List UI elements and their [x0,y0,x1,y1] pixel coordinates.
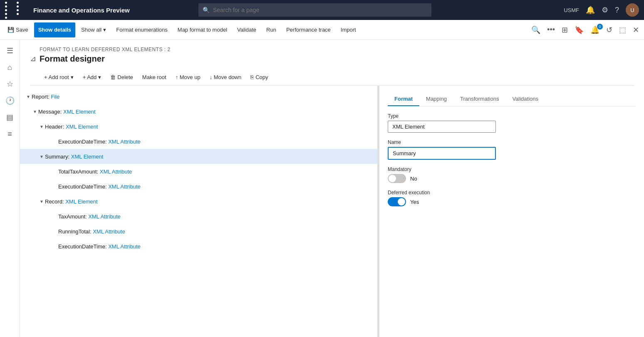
deferred-toggle[interactable] [388,197,406,206]
expand-toggle-header[interactable]: ▼ [38,124,45,129]
global-search[interactable]: 🔍 [198,3,431,17]
import-button[interactable]: Import [337,22,360,37]
tree-item-executiondatetime-record[interactable]: ExecutionDateTime: XML Attribute [20,239,377,254]
app-grid-icon[interactable] [5,2,27,19]
expand-toggle-summary[interactable]: ▼ [38,154,45,159]
prop-name-group: Name [388,139,636,160]
tab-transformations[interactable]: Transformations [453,92,505,106]
sidebar-hamburger-icon[interactable]: ☰ [2,43,17,58]
expand-toggle-report[interactable]: ▼ [25,94,32,99]
tree-item-taxamount[interactable]: TaxAmount: XML Attribute [20,209,377,224]
add-root-button[interactable]: + Add root ▾ [40,70,78,84]
run-button[interactable]: Run [262,22,280,37]
sidebar-workspace-icon[interactable]: ▤ [2,110,17,125]
split-pane: ▼ Report: File ▼ Message: XML Element ▼ … [20,86,644,337]
refresh-icon[interactable]: ↺ [604,24,614,36]
save-icon: 💾 [7,27,14,33]
copy-button[interactable]: ⎘ Copy [246,70,272,84]
chevron-down-icon: ▾ [103,27,106,33]
type-label: Type [388,113,636,119]
search-icon: 🔍 [203,7,210,13]
delete-button[interactable]: 🗑 Delete [106,70,137,84]
add-button[interactable]: + Add ▾ [79,70,106,84]
prop-mandatory-group: Mandatory No [388,166,636,183]
copy-icon: ⎘ [250,74,254,80]
mandatory-toggle-row: No [388,174,636,183]
content-area: ⊿ FORMAT TO LEARN DEFERRED XML ELEMENTS … [20,40,644,337]
trash-icon: 🗑 [110,74,116,80]
expand-toggle-record[interactable]: ▼ [38,199,45,204]
format-enumerations-button[interactable]: Format enumerations [112,22,172,37]
search-input[interactable] [213,7,427,13]
more-icon[interactable]: ••• [545,24,557,36]
tab-validations[interactable]: Validations [505,92,545,106]
tree-item-summary[interactable]: ▼ Summary: XML Element [20,149,377,164]
tree-item-executiondatetime-header[interactable]: ExecutionDateTime: XML Attribute [20,134,377,149]
sidebar-list-icon[interactable]: ≡ [2,126,17,141]
name-label: Name [388,139,636,145]
no-toggle-6 [52,244,58,249]
mandatory-label: Mandatory [388,166,636,172]
grid-view-icon[interactable]: ⊞ [560,24,570,36]
name-input[interactable] [388,147,496,160]
add-chevron-icon: ▾ [98,74,101,80]
no-toggle-4 [52,214,58,219]
notification-count-badge[interactable]: 🔔 0 [589,25,601,35]
sidebar-star-icon[interactable]: ☆ [2,77,17,92]
properties-tabs: Format Mapping Transformations Validatio… [388,92,636,107]
no-toggle-1 [52,139,58,144]
mandatory-value: No [410,176,417,182]
move-up-button[interactable]: ↑ Move up [171,70,205,84]
show-details-button[interactable]: Show details [34,22,75,37]
tree-item-report[interactable]: ▼ Report: File [20,89,377,104]
open-new-icon[interactable]: ⬚ [617,24,628,36]
settings-icon[interactable]: ⚙ [602,5,608,15]
breadcrumb: FORMAT TO LEARN DEFERRED XML ELEMENTS : … [40,47,171,52]
format-toolbar: + Add root ▾ + Add ▾ 🗑 Delete Make root … [30,69,634,86]
filter-icon[interactable]: ⊿ [30,54,36,63]
mandatory-toggle[interactable] [388,174,406,183]
performance-trace-button[interactable]: Performance trace [282,22,335,37]
no-toggle-3 [52,184,58,189]
tab-format[interactable]: Format [388,92,419,106]
no-toggle-2 [52,169,58,174]
make-root-button[interactable]: Make root [138,70,171,84]
deferred-value: Yes [410,199,419,205]
page-title: Format designer [40,54,171,64]
tree-item-runningtotal[interactable]: RunningTotal: XML Attribute [20,224,377,239]
tree-item-executiondatetime-summary[interactable]: ExecutionDateTime: XML Attribute [20,179,377,194]
map-format-button[interactable]: Map format to model [173,22,231,37]
main-layout: ☰ ⌂ ☆ 🕐 ▤ ≡ ⊿ FORMAT TO LEARN DEFERRED X… [0,40,644,337]
badge-count: 0 [597,24,603,30]
tree-item-record[interactable]: ▼ Record: XML Element [20,194,377,209]
tree-panel: ▼ Report: File ▼ Message: XML Element ▼ … [20,86,378,337]
tree-item-totaltaxamount[interactable]: TotalTaxAmount: XML Attribute [20,164,377,179]
sidebar-recent-icon[interactable]: 🕐 [2,93,17,108]
validate-button[interactable]: Validate [233,22,260,37]
close-icon[interactable]: ✕ [631,24,641,36]
show-all-button[interactable]: Show all ▾ [77,22,110,37]
action-bar-right: 🔍 ••• ⊞ 🔖 🔔 0 ↺ ⬚ ✕ [530,24,641,36]
user-avatar[interactable]: U [626,3,639,17]
move-down-button[interactable]: ↓ Move down [206,70,246,84]
app-title: Finance and Operations Preview [33,7,130,14]
no-toggle-5 [52,229,58,234]
add-root-chevron-icon: ▾ [71,74,74,80]
bookmark-icon[interactable]: 🔖 [573,24,585,36]
tab-mapping[interactable]: Mapping [419,92,453,106]
deferred-label: Deferred execution [388,190,636,196]
action-bar: 💾 Save Show details Show all ▾ Format en… [0,20,644,40]
expand-toggle-message[interactable]: ▼ [32,109,38,114]
help-icon[interactable]: ? [615,6,619,15]
tree-item-header[interactable]: ▼ Header: XML Element [20,119,377,134]
deferred-toggle-row: Yes [388,197,636,206]
top-navigation-bar: Finance and Operations Preview 🔍 USMF 🔔 … [0,0,644,20]
search-bar-icon[interactable]: 🔍 [530,24,542,36]
tree-item-message[interactable]: ▼ Message: XML Element [20,104,377,119]
sidebar-home-icon[interactable]: ⌂ [2,60,17,75]
left-sidebar: ☰ ⌂ ☆ 🕐 ▤ ≡ [0,40,20,337]
notification-icon[interactable]: 🔔 [586,5,595,15]
save-button[interactable]: 💾 Save [3,22,32,37]
prop-deferred-group: Deferred execution Yes [388,190,636,206]
user-label: USMF [564,7,579,13]
